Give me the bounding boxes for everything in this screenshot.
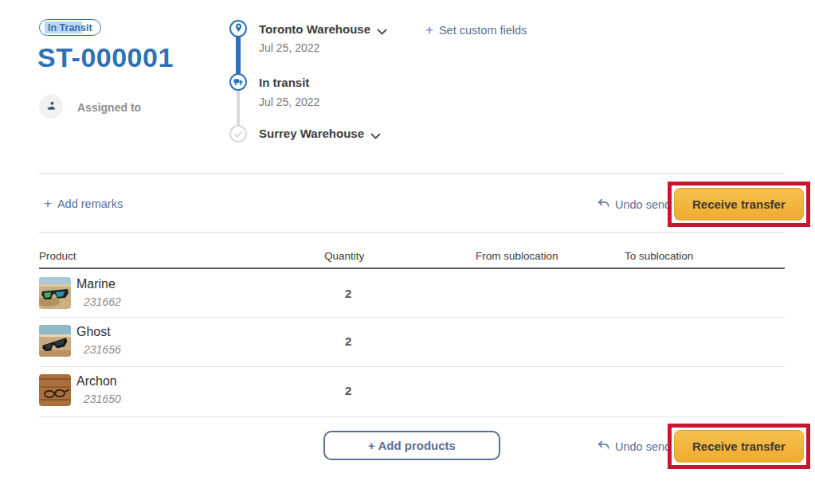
column-header-quantity: Quantity (324, 250, 364, 262)
undo-send-link-top[interactable]: Undo send (598, 198, 671, 211)
receive-transfer-button-bottom[interactable]: Receive transfer (674, 430, 804, 463)
person-icon (45, 100, 57, 115)
timeline-destination-label: Surrey Warehouse (259, 127, 364, 140)
add-remarks-link[interactable]: + Add remarks (44, 197, 123, 210)
annotation-highlight-box: Receive transfer (668, 182, 810, 227)
set-custom-fields-label: Set custom fields (439, 24, 527, 37)
assignee-avatar[interactable] (39, 95, 63, 119)
column-header-to-sublocation: To sublocation (625, 250, 693, 262)
assigned-to-label[interactable]: Assigned to (77, 101, 141, 114)
table-row[interactable]: Marine 231662 2 (39, 269, 785, 318)
section-divider (39, 232, 785, 233)
product-quantity: 2 (345, 384, 351, 397)
check-icon (234, 127, 243, 141)
undo-send-link-bottom[interactable]: Undo send (598, 440, 671, 453)
plus-icon: + (425, 25, 433, 36)
timeline-origin-label: Toronto Warehouse (259, 22, 370, 36)
section-divider (39, 173, 785, 174)
product-name: Marine (76, 277, 116, 291)
product-thumbnail-ghost (39, 325, 71, 357)
undo-send-label: Undo send (615, 198, 671, 211)
status-badge-label: In Transit (48, 22, 92, 33)
product-name: Ghost (76, 325, 111, 339)
add-remarks-label: Add remarks (57, 197, 123, 210)
undo-arrow-icon (598, 198, 609, 211)
chevron-down-icon[interactable] (377, 25, 387, 39)
set-custom-fields-link[interactable]: + Set custom fields (425, 24, 527, 37)
timeline-node-destination (229, 125, 247, 143)
timeline-transit-label: In transit (259, 76, 309, 89)
product-quantity: 2 (345, 287, 351, 300)
column-header-product: Product (39, 250, 76, 262)
location-pin-icon (234, 21, 243, 36)
stock-transfer-detail-page: In Transit ST-000001 Assigned to (0, 0, 815, 504)
product-thumbnail-marine (39, 277, 71, 309)
timeline-node-in-transit (229, 73, 247, 91)
timeline-transit-date: Jul 25, 2022 (259, 96, 319, 108)
product-sku: 231662 (84, 295, 121, 308)
product-sku: 231656 (84, 343, 121, 356)
timeline-node-origin (229, 20, 247, 37)
product-thumbnail-archon (39, 374, 71, 406)
product-quantity: 2 (345, 334, 351, 348)
annotation-highlight-box: Receive transfer (668, 424, 810, 469)
table-row[interactable]: Archon 231650 2 (39, 366, 785, 417)
column-header-from-sublocation: From sublocation (476, 250, 558, 262)
product-name: Archon (76, 374, 117, 389)
status-badge: In Transit (39, 19, 101, 36)
plus-icon: + (44, 198, 52, 209)
receive-transfer-button-top[interactable]: Receive transfer (674, 188, 804, 221)
product-sku: 231650 (84, 393, 121, 405)
undo-arrow-icon (598, 440, 609, 453)
page-title: ST-000001 (37, 42, 174, 73)
undo-send-label: Undo send (615, 440, 671, 453)
chevron-down-icon[interactable] (370, 129, 381, 143)
add-products-button[interactable]: + Add products (323, 431, 500, 460)
truck-icon (233, 75, 243, 89)
table-row[interactable]: Ghost 231656 2 (39, 317, 785, 367)
timeline-origin-date: Jul 25, 2022 (259, 41, 319, 54)
